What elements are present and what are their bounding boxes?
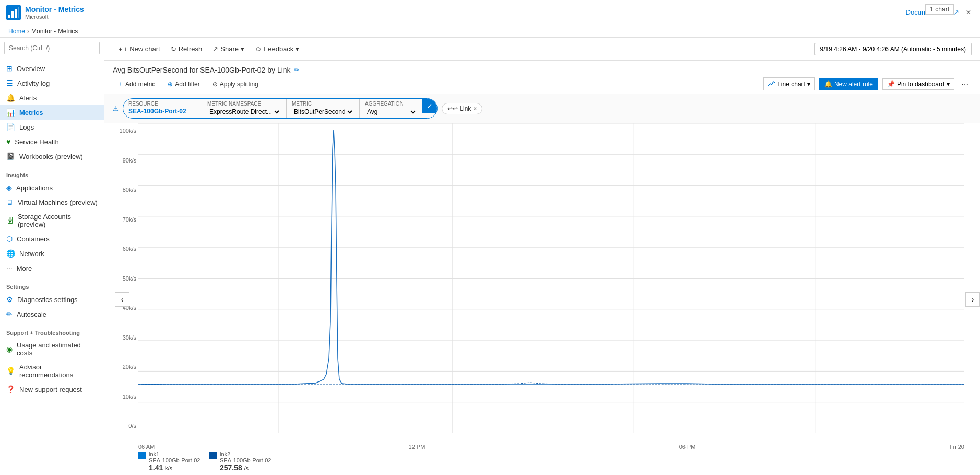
sidebar-item-advisor[interactable]: 💡 Advisor recommendations: [0, 360, 104, 382]
sidebar-item-alerts[interactable]: 🔔 Alerts: [0, 90, 104, 105]
split-icon: ⊘: [212, 80, 218, 88]
link-icon: ↩: [447, 105, 453, 112]
share-button[interactable]: ↗ Share ▾: [208, 43, 249, 55]
sidebar-settings-section: Settings ⚙ Diagnostics settings ✏ Autosc…: [0, 277, 104, 323]
app-icon: ◈: [6, 183, 12, 192]
sidebar-item-service-health[interactable]: ♥ Service Health: [0, 134, 104, 149]
svg-rect-4: [18, 7, 19, 18]
add-filter-button[interactable]: ⊕ Add filter: [163, 78, 204, 90]
new-chart-button[interactable]: ＋ + New chart: [113, 42, 164, 56]
sidebar-item-metrics[interactable]: 📊 Metrics: [0, 105, 104, 120]
sidebar-item-applications[interactable]: ◈ Applications: [0, 180, 104, 195]
metric-namespace-field: METRIC NAMESPACE ExpressRoute Direct...: [202, 99, 287, 118]
sidebar-item-label: Logs: [19, 123, 34, 131]
chart-icon: 📊: [6, 108, 15, 117]
app-logo: Monitor - Metrics Microsoft: [6, 5, 84, 20]
chart-svg: [138, 123, 964, 433]
sidebar-item-virtual-machines[interactable]: 🖥 Virtual Machines (preview): [0, 195, 104, 210]
sidebar-item-activity-log[interactable]: ☰ Activity log: [0, 76, 104, 90]
chart-canvas: [138, 123, 964, 433]
sidebar-item-label: Virtual Machines (preview): [18, 199, 98, 206]
app-subtitle: Microsoft: [25, 14, 84, 20]
legend-name: lnk1SEA-100Gb-Port-02: [149, 451, 200, 464]
refresh-button[interactable]: ↻ Refresh: [167, 43, 207, 55]
metric-namespace-label: METRIC NAMESPACE: [207, 101, 281, 107]
new-alert-rule-button[interactable]: 🔔 New alert rule: [819, 78, 878, 90]
sidebar-item-autoscale[interactable]: ✏ Autoscale: [0, 307, 104, 321]
legend-value: 1.41: [149, 464, 163, 472]
refresh-icon: ↻: [171, 45, 176, 53]
add-metric-button[interactable]: ＋ Add metric: [113, 77, 159, 90]
feedback-icon: ☺: [255, 45, 262, 53]
y-axis: 100k/s90k/s80k/s70k/s60k/s50k/s40k/s30k/…: [113, 123, 136, 433]
chart-nav-left-button[interactable]: ‹: [115, 292, 129, 307]
svg-rect-3: [15, 9, 17, 18]
sidebar-item-diagnostics[interactable]: ⚙ Diagnostics settings: [0, 292, 104, 307]
sidebar-item-more-insights[interactable]: ··· More: [0, 261, 104, 275]
breadcrumb-sep: ›: [27, 28, 29, 35]
sidebar-item-usage-costs[interactable]: ◉ Usage and estimated costs: [0, 338, 104, 360]
sidebar-item-label: Storage Accounts (preview): [18, 213, 98, 228]
book-icon: 📓: [6, 152, 15, 160]
app-title: Monitor - Metrics: [25, 5, 84, 14]
more-options-button[interactable]: ···: [959, 78, 972, 90]
sidebar-item-label: Activity log: [17, 79, 50, 87]
metric-field: METRIC BitsOutPerSecond: [287, 99, 360, 118]
close-button[interactable]: ×: [963, 7, 974, 18]
sidebar-support-section: Support + Troubleshooting ◉ Usage and es…: [0, 323, 104, 399]
settings-group-label: Settings: [0, 280, 104, 292]
sidebar-main-section: ⊞ Overview ☰ Activity log 🔔 Alerts 📊 Met…: [0, 59, 104, 166]
apply-splitting-button[interactable]: ⊘ Apply splitting: [208, 78, 263, 90]
resource-field: RESOURCE: [123, 99, 202, 118]
sidebar-item-label: Diagnostics settings: [17, 296, 78, 304]
legend-unit: k/s: [165, 465, 172, 471]
chevron-down-icon: ▾: [296, 45, 299, 53]
support-icon: ❓: [6, 385, 15, 393]
pin-dashboard-button[interactable]: 📌 Pin to dashboard ▾: [882, 78, 954, 90]
metric-select[interactable]: BitsOutPerSecond: [292, 108, 354, 116]
resource-input[interactable]: [128, 108, 196, 115]
feedback-button[interactable]: ☺ Feedback ▾: [251, 43, 303, 55]
scale-icon: ✏: [6, 310, 13, 318]
aggregation-select[interactable]: Avg: [365, 108, 417, 116]
breadcrumb-home[interactable]: Home: [8, 28, 25, 35]
sidebar-item-label: Autoscale: [17, 310, 46, 318]
vm-icon: 🖥: [6, 198, 14, 206]
sidebar-item-logs[interactable]: 📄 Logs: [0, 120, 104, 134]
line-chart-button[interactable]: Line chart ▾: [763, 77, 815, 90]
sidebar-item-network[interactable]: 🌐 Network: [0, 246, 104, 261]
sidebar-item-label: New support request: [19, 386, 82, 393]
metric-selector: ⚠ RESOURCE METRIC NAMESPACE ExpressRoute…: [104, 94, 980, 123]
list-icon: ☰: [6, 79, 13, 87]
chart-nav-right-button[interactable]: ›: [965, 292, 980, 307]
sidebar-item-label: Network: [19, 250, 44, 258]
chevron-down-icon: ▾: [241, 45, 244, 53]
content-area: ＋ + New chart ↻ Refresh ↗ Share ▾ ☺ Feed…: [104, 38, 980, 475]
sidebar-item-label: More: [17, 264, 32, 272]
edit-icon[interactable]: ✏: [294, 66, 299, 74]
metric-namespace-select[interactable]: ExpressRoute Direct...: [207, 108, 281, 116]
sidebar-item-label: Service Health: [15, 138, 59, 146]
link-close-button[interactable]: ×: [473, 105, 477, 112]
storage-icon: 🗄: [6, 216, 14, 225]
legend-name: lnk2SEA-100Gb-Port-02: [220, 451, 271, 464]
sidebar-item-overview[interactable]: ⊞ Overview: [0, 61, 104, 76]
search-input[interactable]: [4, 42, 100, 54]
resource-label: RESOURCE: [128, 101, 196, 107]
network-icon: 🌐: [6, 249, 15, 258]
confirm-metric-button[interactable]: ✓: [422, 99, 437, 113]
sidebar-item-label: Advisor recommendations: [19, 363, 98, 379]
sidebar-item-workbooks[interactable]: 📓 Workbooks (preview): [0, 149, 104, 164]
heart-icon: ♥: [6, 137, 10, 146]
sidebar-item-label: Metrics: [19, 109, 43, 117]
sidebar-item-containers[interactable]: ⬡ Containers: [0, 231, 104, 246]
link-pill[interactable]: ↩ ↩ Link ×: [442, 103, 482, 114]
sidebar-item-storage-accounts[interactable]: 🗄 Storage Accounts (preview): [0, 210, 104, 231]
sidebar-item-support-request[interactable]: ❓ New support request: [0, 382, 104, 397]
grid-icon: ⊞: [6, 64, 13, 73]
sidebar: ⊞ Overview ☰ Activity log 🔔 Alerts 📊 Met…: [0, 38, 104, 475]
time-range-button[interactable]: 9/19 4:26 AM - 9/20 4:26 AM (Automatic -…: [814, 43, 972, 55]
sidebar-insights-section: Insights ◈ Applications 🖥 Virtual Machin…: [0, 166, 104, 277]
chart-legend: lnk1SEA-100Gb-Port-02 1.41 k/s lnk2SEA-1…: [138, 449, 964, 474]
sidebar-item-label: Alerts: [19, 94, 37, 102]
